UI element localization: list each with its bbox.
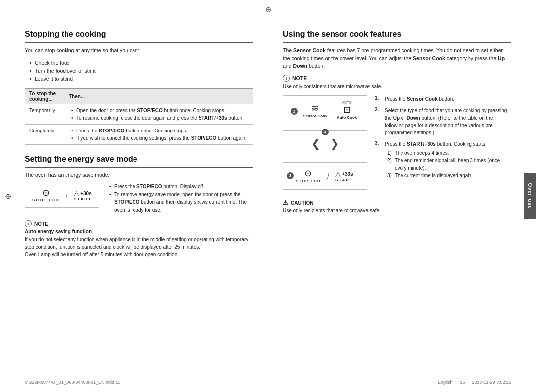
bullet-check-food: Check the food bbox=[30, 59, 253, 67]
caution-header: ⚠ CAUTION bbox=[283, 199, 511, 206]
caution-label: CAUTION bbox=[291, 200, 314, 206]
energy-bullet-1: Press the STOP/ECO button. Display off. bbox=[109, 183, 253, 191]
step-1-content: Press the Sensor Cook button. bbox=[385, 95, 511, 103]
sensor-stop-symbol: ⊙ bbox=[304, 169, 312, 178]
energy-save-section: Setting the energy save mode The oven ha… bbox=[25, 155, 253, 258]
sensor-cook-btn: ≋ Sensor Cook bbox=[303, 103, 327, 118]
eco-label: ECO bbox=[49, 198, 59, 202]
start-icon-group: △ +30s START bbox=[74, 189, 92, 201]
main-content: Stopping the cooking You can stop cookin… bbox=[25, 30, 511, 258]
stopping-title: Stopping the cooking bbox=[25, 30, 253, 43]
sensor-cook-title: Using the sensor cook features bbox=[283, 30, 511, 43]
diagram1-num: 1 bbox=[291, 108, 298, 115]
left-column: Stopping the cooking You can stop cookin… bbox=[25, 30, 261, 258]
step-1: 1. Press the Sensor Cook button. bbox=[375, 95, 511, 103]
caution-text: Use only recipients that are microwave-s… bbox=[283, 208, 511, 213]
table-row-completely: Completely Press the STOP/ECO button onc… bbox=[25, 125, 253, 145]
step-3-content: Press the START/+30s button. Cooking sta… bbox=[385, 140, 511, 179]
right-arrow-icon: ❯ bbox=[330, 137, 339, 150]
plus30s-label: +30s bbox=[80, 191, 92, 196]
triangle-icon: △ bbox=[74, 189, 79, 197]
step-2-num: 2. bbox=[375, 107, 381, 112]
note-line-2: Oven Lamp will be turned off after 5 min… bbox=[25, 251, 253, 258]
waves-icon: ≋ bbox=[311, 103, 319, 114]
note-subtitle: Auto energy saving function bbox=[25, 229, 253, 234]
left-arrow-icon: ❮ bbox=[311, 137, 320, 150]
sensor-note-label: NOTE bbox=[292, 75, 307, 81]
stop-eco-icon-group: ⊙ STOP ECO bbox=[32, 188, 59, 202]
diagram3-num: 3 bbox=[287, 172, 294, 179]
sensor-note-icon: i bbox=[283, 75, 290, 82]
sensor-diagram-3: 3 ⊙ STOP ECO / bbox=[283, 162, 367, 190]
auto-cook-label: Auto Cook bbox=[337, 115, 357, 120]
step-1-num: 1. bbox=[375, 95, 381, 101]
stopping-section: Stopping the cooking You can stop cookin… bbox=[25, 30, 253, 145]
auto-cook-group: AUTO ⊡ Auto Cook bbox=[337, 101, 357, 120]
steps-column: 1. Press the Sensor Cook button. 2. Sele… bbox=[375, 95, 511, 183]
stop-table: To stop the cooking... Then... Temporari… bbox=[25, 88, 253, 145]
caution-icon: ⚠ bbox=[283, 199, 288, 206]
sensor-diagram-2: 2 ❮ ❯ bbox=[283, 130, 367, 157]
sensor-cook-btn-label: Sensor Cook bbox=[303, 114, 327, 118]
stop-icon-symbol: ⊙ bbox=[42, 188, 50, 197]
sensor-diagram-slash: / bbox=[327, 172, 329, 180]
sub-step-3: 3)The current time is displayed again. bbox=[387, 172, 511, 179]
note-title: NOTE bbox=[34, 221, 48, 227]
step-3-num: 3. bbox=[375, 140, 381, 146]
note-line-1: If you do not select any function when a… bbox=[25, 236, 253, 251]
sensor-triangle-icon: △ bbox=[335, 170, 341, 178]
table-cell-temporarily-label: Temporarily bbox=[25, 104, 65, 125]
table-row-temporarily: Temporarily Open the door or press the S… bbox=[25, 104, 253, 125]
energy-bullets-list: Press the STOP/ECO button. Display off. … bbox=[107, 183, 253, 214]
sensor-eco-label: ECO bbox=[311, 179, 321, 183]
temp-instruction-1: Open the door or press the STOP/ECO butt… bbox=[71, 107, 249, 114]
bullet-turn-food: Turn the food over or stir it bbox=[30, 67, 253, 75]
footer-date: 2017-11-29 3:52:22 bbox=[472, 380, 511, 385]
stopping-bullets: Check the food Turn the food over or sti… bbox=[25, 59, 253, 83]
table-col2-header: Then... bbox=[65, 89, 253, 104]
note-header: i NOTE bbox=[25, 220, 253, 227]
page-container: ⊕ ⊕ Oven use Stopping the cooking You ca… bbox=[0, 0, 536, 392]
diagram2-num: 2 bbox=[322, 129, 329, 135]
note-icon: i bbox=[25, 220, 32, 227]
stopping-intro: You can stop cooking at any time so that… bbox=[25, 47, 253, 55]
sensor-start-label: START bbox=[335, 178, 353, 182]
page-number: 15 bbox=[460, 380, 465, 385]
table-col1-header: To stop the cooking... bbox=[25, 89, 65, 104]
footer-left-text: MG22M8074AT_01_D68-04403I-01_EN.indd 15 bbox=[25, 380, 120, 385]
energy-content: ⊙ STOP ECO / △ +30s bbox=[25, 183, 253, 214]
sub-step-1: 1)The oven beeps 4 times. bbox=[387, 149, 511, 157]
sub-steps-list: 1)The oven beeps 4 times. 2)The end remi… bbox=[385, 149, 511, 179]
right-column: Using the sensor cook features The Senso… bbox=[275, 30, 511, 258]
sensor-start-group: △ +30s START bbox=[335, 170, 353, 182]
temp-instruction-2: To resume cooking, close the door again … bbox=[71, 114, 249, 122]
table-cell-completely-content: Press the STOP/ECO button once. Cooking … bbox=[65, 125, 253, 145]
sensor-stop-eco-group: ⊙ STOP ECO bbox=[296, 169, 321, 183]
diagram-slash: / bbox=[66, 192, 67, 199]
sensor-note-row: i NOTE bbox=[283, 75, 511, 82]
sub-step-2: 2)The end reminder signal will beep 3 ti… bbox=[387, 157, 511, 172]
energy-save-title: Setting the energy save mode bbox=[25, 155, 253, 168]
sensor-cook-intro: The Sensor Cook features has 7 pre-progr… bbox=[283, 47, 511, 70]
energy-bullet-2: To remove energy save mode, open the doo… bbox=[109, 191, 253, 214]
page-footer: MG22M8074AT_01_D68-04403I-01_EN.indd 15 … bbox=[25, 377, 511, 385]
table-cell-temporarily-content: Open the door or press the STOP/ECO butt… bbox=[65, 104, 253, 125]
bullet-leave-stand: Leave it to stand bbox=[30, 75, 253, 83]
top-symbol: ⊕ bbox=[265, 5, 271, 14]
oven-use-tab: Oven use bbox=[524, 173, 536, 219]
auto-top-label: AUTO bbox=[342, 101, 351, 104]
energy-button-diagram: ⊙ STOP ECO / △ +30s bbox=[25, 183, 99, 208]
caution-box: ⚠ CAUTION Use only recipients that are m… bbox=[283, 199, 511, 213]
start-label: START bbox=[74, 197, 92, 201]
auto-cook-icon: ⊡ bbox=[343, 104, 351, 115]
diagram2-wrapper: 2 ❮ ❯ bbox=[311, 137, 339, 150]
sensor-cook-section: Using the sensor cook features The Senso… bbox=[283, 30, 511, 213]
sensor-diagrams-steps: 1 ≋ Sensor Cook AUTO ⊡ Auto Cook bbox=[283, 95, 511, 195]
sensor-plus30s: +30s bbox=[342, 171, 353, 177]
step-2-content: Select the type of food that you are coo… bbox=[385, 107, 511, 136]
complete-instruction-1: Press the STOP/ECO button once. Cooking … bbox=[71, 127, 249, 134]
sensor-note-text: Use only containers that are microwave-s… bbox=[283, 84, 511, 89]
energy-save-intro: The oven has an energy save mode. bbox=[25, 172, 253, 178]
footer-language: English bbox=[438, 380, 453, 385]
complete-instruction-2: If you wish to cancel the cooking settin… bbox=[71, 134, 249, 142]
